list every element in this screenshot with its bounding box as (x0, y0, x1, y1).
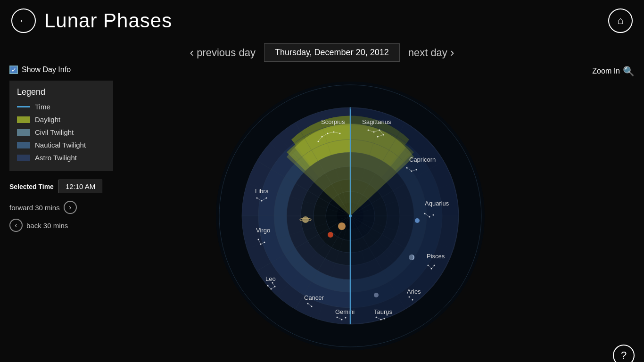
svg-point-71 (412, 299, 413, 301)
prev-arrow-icon: ‹ (190, 45, 194, 60)
forward-arrow-icon: › (64, 201, 77, 214)
legend-astro-label: Astro Twilight (35, 154, 77, 162)
legend-item-civil: Civil Twilight (17, 128, 106, 136)
zoom-in-button[interactable]: Zoom In 🔍 (592, 66, 635, 77)
svg-point-115 (374, 293, 379, 297)
svg-point-113 (408, 255, 413, 260)
svg-text:Scorpius: Scorpius (321, 118, 345, 125)
zoom-in-icon: 🔍 (623, 66, 635, 77)
legend-item-nautical: Nautical Twilight (17, 141, 106, 149)
zoom-in-label: Zoom In (592, 67, 620, 75)
astro-color-icon (17, 155, 30, 161)
chart-svg: Scorpius (214, 79, 487, 353)
left-panel: ✓ Show Day Info Legend Time Daylight Civ… (5, 66, 118, 362)
help-button[interactable]: ? (613, 345, 635, 362)
next-day-label: next day (408, 47, 447, 59)
forward-30-label: forward 30 mins (9, 204, 60, 212)
header: ← Lunar Phases ⌂ (0, 0, 644, 41)
back-30-label: back 30 mins (26, 222, 68, 230)
legend-title: Legend (17, 87, 106, 97)
svg-point-111 (338, 222, 346, 230)
selected-time-label: Selected Time (9, 183, 54, 190)
svg-point-114 (415, 218, 420, 223)
back-arrow-icon: ‹ (9, 219, 23, 232)
selected-time-value: 12:10 AM (58, 180, 102, 193)
legend-item-time: Time (17, 103, 106, 111)
next-arrow-icon: › (450, 45, 454, 60)
svg-text:Libra: Libra (255, 188, 269, 195)
legend-panel: Legend Time Daylight Civil Twilight Naut… (9, 81, 113, 171)
svg-text:Taurus: Taurus (374, 308, 393, 315)
svg-point-61 (433, 214, 434, 216)
svg-text:Aries: Aries (407, 288, 421, 295)
help-icon: ? (621, 349, 627, 362)
right-panel: Zoom In 🔍 ? (583, 66, 639, 362)
civil-color-icon (17, 129, 30, 136)
svg-point-110 (328, 232, 333, 238)
chart-area: Scorpius (118, 66, 583, 362)
svg-text:Pisces: Pisces (427, 253, 445, 260)
previous-day-label: previous day (197, 47, 256, 59)
back-button[interactable]: ← (11, 8, 36, 33)
nautical-color-icon (17, 142, 30, 148)
home-button[interactable]: ⌂ (608, 8, 633, 33)
svg-text:Aquarius: Aquarius (425, 200, 449, 207)
current-date-display: Thursday, December 20, 2012 (264, 43, 400, 62)
show-day-info-toggle[interactable]: ✓ Show Day Info (9, 66, 113, 74)
legend-time-label: Time (35, 103, 50, 111)
daylight-color-icon (17, 116, 30, 123)
svg-text:Virgo: Virgo (256, 227, 270, 234)
time-line-icon (17, 106, 30, 107)
svg-point-82 (345, 317, 347, 319)
next-day-button[interactable]: next day › (408, 45, 454, 60)
legend-daylight-label: Daylight (35, 115, 60, 123)
legend-item-astro: Astro Twilight (17, 154, 106, 162)
svg-text:Cancer: Cancer (304, 294, 324, 301)
back-30-button[interactable]: ‹ back 30 mins (9, 219, 68, 232)
previous-day-button[interactable]: ‹ previous day (190, 45, 255, 60)
svg-text:Leo: Leo (265, 275, 276, 282)
forward-30-button[interactable]: forward 30 mins › (9, 201, 77, 214)
selected-time-row: Selected Time 12:10 AM (9, 180, 113, 193)
show-day-info-checkbox[interactable]: ✓ (9, 66, 18, 74)
svg-text:Sagittarius: Sagittarius (362, 118, 391, 125)
show-day-info-label: Show Day Info (22, 66, 71, 74)
legend-nautical-label: Nautical Twilight (35, 141, 86, 149)
svg-text:Capricorn: Capricorn (409, 156, 436, 163)
svg-point-108 (302, 216, 309, 223)
svg-text:Gemini: Gemini (335, 308, 355, 315)
legend-civil-label: Civil Twilight (35, 128, 74, 136)
legend-item-daylight: Daylight (17, 115, 106, 123)
main-content: ✓ Show Day Info Legend Time Daylight Civ… (0, 66, 644, 362)
app-title: Lunar Phases (44, 9, 172, 32)
svg-point-76 (387, 314, 388, 316)
date-nav: ‹ previous day Thursday, December 20, 20… (0, 41, 644, 66)
svg-point-70 (409, 296, 410, 298)
lunar-chart[interactable]: Scorpius (214, 79, 487, 353)
